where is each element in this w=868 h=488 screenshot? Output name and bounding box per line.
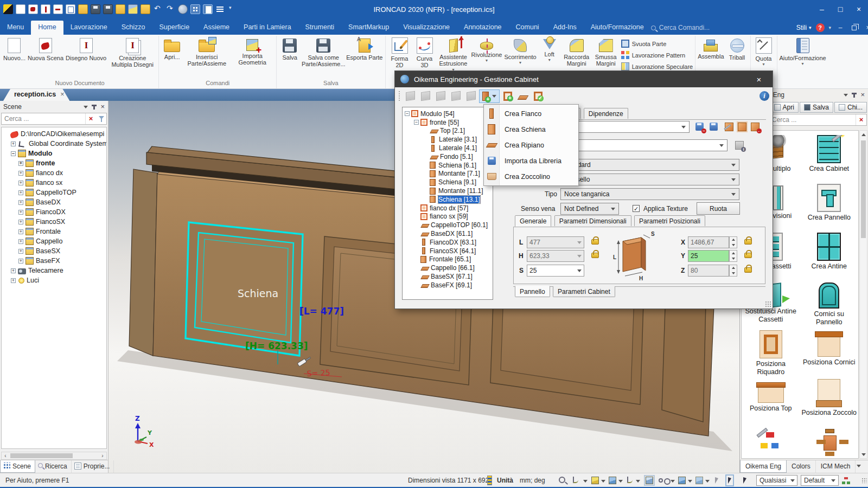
scene-tree-row[interactable]: + Global Coordinate System xyxy=(2,139,106,149)
lock-icon-l[interactable] xyxy=(591,239,599,245)
catalog-item[interactable]: Crea Esploso xyxy=(800,428,859,459)
clear-search-icon[interactable]: × xyxy=(85,113,96,124)
dialog-tree-row[interactable]: BaseSX [67.1] xyxy=(403,272,493,281)
ruota-button[interactable]: Ruota xyxy=(697,202,740,215)
catalog-tab[interactable]: Colors xyxy=(787,460,816,473)
esporta-parte-button[interactable]: Esporta Parte xyxy=(345,36,384,61)
catalog-salva-button[interactable]: Salva xyxy=(800,102,833,113)
scene-tree-row[interactable]: + BaseDX xyxy=(2,197,106,207)
tree-expander[interactable]: − xyxy=(405,111,410,116)
creazione-multipla-button[interactable]: Creazione Multipla Disegni xyxy=(107,36,157,68)
anchor-move-icon[interactable] xyxy=(627,477,633,483)
aiuto-formazione-button[interactable]: Aiuto/Formazione xyxy=(778,36,827,67)
scene-tree-row[interactable]: + Luci xyxy=(2,275,106,285)
catalog-scrollbar[interactable] xyxy=(859,130,867,459)
print-render-icon[interactable] xyxy=(695,477,703,484)
raccorda-margini-button[interactable]: Raccorda Margini xyxy=(561,36,592,67)
qat-icon[interactable] xyxy=(3,4,13,14)
render-mode-icon[interactable] xyxy=(678,477,686,484)
shaded-view-icon[interactable] xyxy=(646,477,653,484)
scene-tree-row[interactable]: + Cappello xyxy=(2,236,106,246)
qat-icon[interactable] xyxy=(28,4,38,14)
x-field[interactable]: 1486,67 xyxy=(688,236,729,248)
dialog-tree-row[interactable]: BaseDX [61.1] xyxy=(403,229,493,238)
catalog-item[interactable]: Posiziona Riquadro xyxy=(742,330,800,379)
dialog-tree-row[interactable]: Frontale [65.1] xyxy=(403,255,493,264)
info-icon[interactable] xyxy=(760,91,769,101)
salva-cabinet-button[interactable]: ✓ xyxy=(531,89,545,103)
salva-come-button[interactable]: Salva come Parte/Assieme... xyxy=(302,36,345,68)
scroll-right-icon[interactable]: › xyxy=(99,453,106,459)
view-glasses-icon[interactable] xyxy=(659,478,663,483)
chevron-down-icon[interactable] xyxy=(705,480,710,483)
ribbon-tab[interactable]: Annotazione xyxy=(457,21,509,35)
chevron-down-icon[interactable] xyxy=(671,480,675,483)
doc-close-button[interactable]: × xyxy=(863,24,868,31)
dialog-tree-row[interactable]: Top [2.1] xyxy=(403,127,493,136)
alt-cursor-icon[interactable] xyxy=(743,477,746,484)
ribbon-tab[interactable]: Visualizzazione xyxy=(396,21,457,35)
qat-icon[interactable] xyxy=(78,4,88,14)
ribbon-tab[interactable]: Menu xyxy=(0,21,31,35)
qat-icon[interactable] xyxy=(228,4,234,14)
ribbon-tab[interactable]: Comuni xyxy=(509,21,546,35)
rivoluzione-button[interactable]: Rivoluzione xyxy=(470,36,503,63)
h-field[interactable]: 623,33 xyxy=(527,250,584,262)
applica-texture-checkbox[interactable]: ✓ xyxy=(633,205,640,212)
scene-tree-row[interactable]: + FiancoSX xyxy=(2,217,106,227)
help-icon[interactable]: ? xyxy=(816,23,825,32)
scene-tree-row[interactable]: + FiancoDX xyxy=(2,207,106,217)
scorrimento-button[interactable]: Scorrimento xyxy=(503,36,537,66)
smussa-margini-button[interactable]: Smussa Margini xyxy=(592,36,620,67)
ribbon-tab[interactable]: SmartMarkup xyxy=(341,21,396,35)
panel-menu-icon[interactable] xyxy=(844,94,848,97)
tree-expander[interactable]: + xyxy=(18,190,23,195)
pin-icon[interactable] xyxy=(853,93,855,98)
scene-tree-row[interactable]: + BaseSX xyxy=(2,246,106,256)
qat-icon[interactable] xyxy=(16,4,25,14)
panel-tab[interactable]: Scene xyxy=(0,460,35,473)
tabs-overflow-icon[interactable] xyxy=(857,465,861,467)
tree-expander[interactable]: + xyxy=(18,239,23,244)
disegno-nuovo-button[interactable]: Disegno Nuovo xyxy=(65,36,107,61)
qat-icon[interactable] xyxy=(203,4,213,14)
qat-icon[interactable] xyxy=(91,4,100,14)
crea-riquadro-button[interactable]: + xyxy=(500,89,515,103)
tree-expander[interactable]: + xyxy=(18,161,23,166)
scene-tree-row[interactable]: + Telecamere xyxy=(2,266,106,275)
tree-expander[interactable]: + xyxy=(18,210,23,215)
ribbon-tab[interactable]: Home xyxy=(31,21,63,35)
catalog-chiudi-button[interactable]: Chi... xyxy=(834,102,867,113)
assembly-mode-icon[interactable] xyxy=(609,477,616,484)
salva-button[interactable]: Salva xyxy=(278,36,302,61)
dialog-tree-row[interactable]: Laterale [3.1] xyxy=(403,135,493,144)
anchor-icon[interactable] xyxy=(573,477,578,483)
scene-tree-row[interactable]: D:\IronCAD\Oikema\esempi oiKe xyxy=(2,129,106,139)
dialog-close-icon[interactable]: × xyxy=(751,75,767,84)
part-mode-icon[interactable] xyxy=(591,477,599,484)
panel-tab[interactable]: Proprie... xyxy=(72,460,114,473)
assembla-button[interactable]: Assembla xyxy=(697,36,725,60)
ghost-cursor-icon[interactable] xyxy=(715,477,718,484)
catalog-item[interactable]: Posiziona Zoccolo xyxy=(800,379,859,428)
scroll-up-icon[interactable] xyxy=(861,131,866,138)
qat-icon[interactable] xyxy=(103,4,113,14)
assistente-estrusione-button[interactable]: Assistente Estrusione xyxy=(437,36,470,73)
edit-wand-icon[interactable] xyxy=(724,121,735,132)
parametri-tab[interactable]: Parametri Dimensionali xyxy=(554,215,631,226)
dialog-tree-row[interactable]: − Modulo [54] xyxy=(403,110,493,118)
dialog-bottom-tab[interactable]: Pannello xyxy=(515,286,550,297)
scene-tree-row[interactable]: + fianco sx xyxy=(2,178,106,188)
clear-search-icon[interactable]: × xyxy=(856,114,866,125)
units-ruler-icon[interactable] xyxy=(487,476,492,485)
lock-icon-z[interactable] xyxy=(744,267,752,273)
lock-icon-h[interactable] xyxy=(591,253,599,258)
panel-menu-icon[interactable] xyxy=(84,106,88,108)
qat-icon[interactable] xyxy=(190,4,200,14)
x-spinner[interactable] xyxy=(729,236,737,248)
tree-expander[interactable]: + xyxy=(18,200,23,205)
z-spinner[interactable] xyxy=(729,265,737,277)
loft-button[interactable]: Loft xyxy=(538,36,561,63)
dialog-title-bar[interactable]: Oikema Engineering - Gestione Cabinet × xyxy=(395,71,773,87)
maximize-button[interactable]: □ xyxy=(831,2,850,16)
